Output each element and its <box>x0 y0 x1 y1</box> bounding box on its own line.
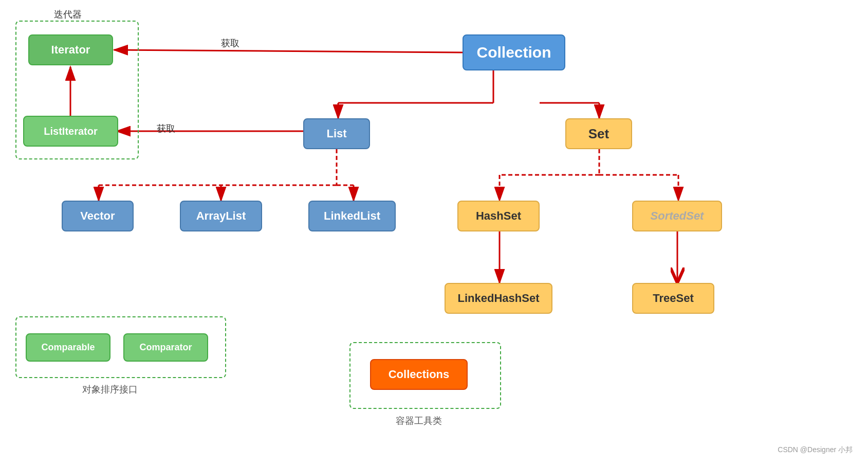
node-vector: Vector <box>62 201 134 231</box>
obtain-label-1: 获取 <box>221 37 239 49</box>
node-set: Set <box>565 118 632 149</box>
node-collections: Collections <box>370 359 468 390</box>
iterator-box-label: 迭代器 <box>54 8 82 21</box>
collections-box-label: 容器工具类 <box>396 415 442 427</box>
node-list: List <box>303 118 370 149</box>
svg-line-2 <box>114 50 463 52</box>
sorting-box-label: 对象排序接口 <box>82 383 138 396</box>
node-hashset: HashSet <box>457 201 540 231</box>
node-linkedhashset: LinkedHashSet <box>445 283 552 314</box>
node-comparable: Comparable <box>26 333 110 362</box>
node-arraylist: ArrayList <box>180 201 262 231</box>
node-linkedlist: LinkedList <box>308 201 396 231</box>
node-sortedset: SortedSet <box>632 201 722 231</box>
node-listiterator: ListIterator <box>23 116 118 147</box>
node-collection: Collection <box>463 34 565 70</box>
node-comparator: Comparator <box>123 333 208 362</box>
diagram-container: 迭代器 对象排序接口 容器工具类 获取 获取 Collection List S… <box>0 0 868 465</box>
node-treeset: TreeSet <box>632 283 714 314</box>
obtain-label-2: 获取 <box>157 122 175 135</box>
watermark: CSDN @Designer 小邦 <box>778 445 853 455</box>
node-iterator: Iterator <box>28 34 113 65</box>
